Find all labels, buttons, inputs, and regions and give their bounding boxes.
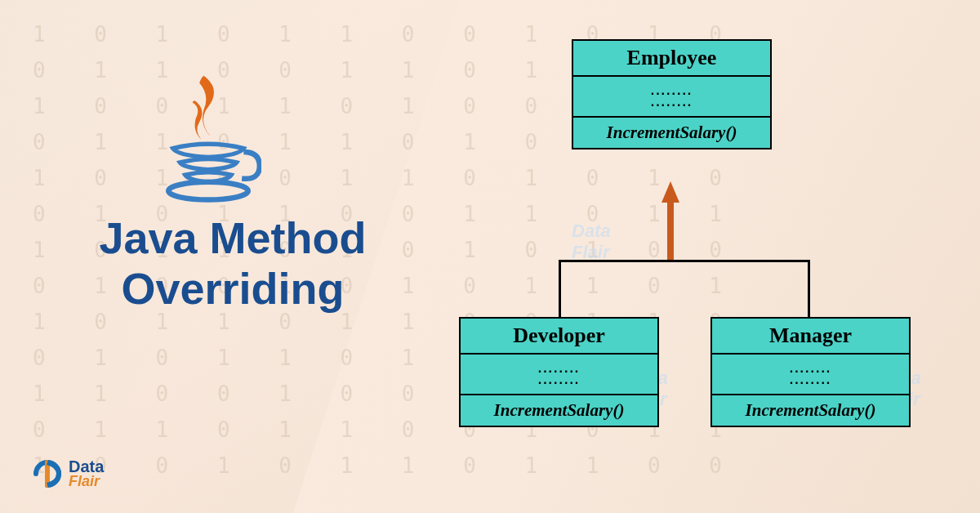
attr-placeholder: ........ <box>577 96 767 108</box>
title-line-1: Java Method <box>41 212 425 263</box>
inheritance-arrow-head-icon <box>662 181 679 203</box>
brand-name-bottom: Flair <box>69 475 104 488</box>
dataflair-logo: Data Flair <box>31 457 104 490</box>
uml-attributes-section: ........ ........ <box>712 355 909 395</box>
page-title: Java Method Overriding <box>41 212 425 314</box>
attr-placeholder: ........ <box>715 374 906 386</box>
watermark: DataFlair <box>572 221 611 263</box>
uml-class-name: Manager <box>712 319 909 355</box>
uml-method: IncrementSalary() <box>573 118 770 148</box>
uml-class-employee: Employee ........ ........ IncrementSala… <box>572 39 772 149</box>
connector-horizontal <box>559 260 810 262</box>
uml-method: IncrementSalary() <box>712 395 909 426</box>
connector-vertical-left <box>559 260 561 317</box>
uml-class-name: Employee <box>573 41 770 77</box>
dataflair-logo-icon <box>31 457 64 490</box>
svg-point-0 <box>168 182 247 200</box>
dataflair-logo-text: Data Flair <box>69 459 104 488</box>
uml-class-manager: Manager ........ ........ IncrementSalar… <box>710 317 911 427</box>
inheritance-arrow-stem <box>667 201 674 260</box>
uml-attributes-section: ........ ........ <box>461 355 657 395</box>
connector-vertical-right <box>808 260 810 317</box>
uml-method: IncrementSalary() <box>461 395 657 426</box>
uml-class-developer: Developer ........ ........ IncrementSal… <box>459 317 659 427</box>
title-line-2: Overriding <box>41 263 425 314</box>
attr-placeholder: ........ <box>464 374 654 386</box>
uml-attributes-section: ........ ........ <box>573 77 770 118</box>
java-logo-icon <box>155 67 261 208</box>
uml-class-name: Developer <box>461 319 657 355</box>
